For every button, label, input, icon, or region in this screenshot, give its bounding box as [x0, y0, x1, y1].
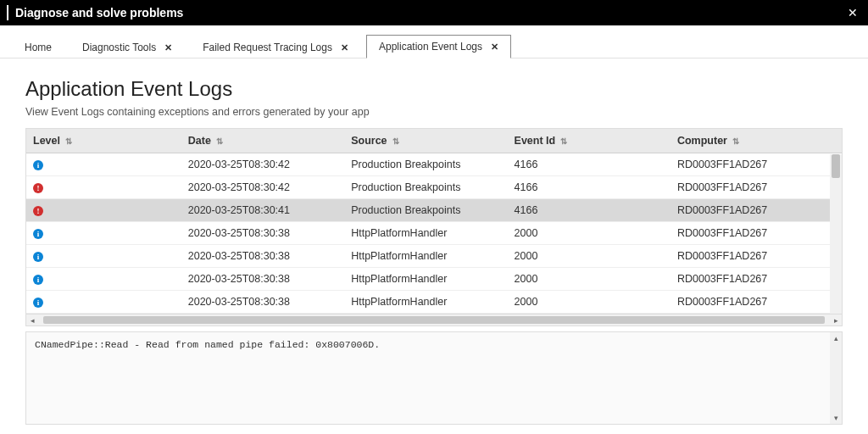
error-icon: ! — [33, 183, 43, 193]
cell-date: 2020-03-25T08:30:41 — [181, 199, 344, 222]
cell-eventid: 4166 — [508, 176, 670, 199]
scroll-left-icon[interactable]: ◂ — [26, 314, 38, 326]
cell-eventid: 2000 — [508, 222, 670, 245]
cell-eventid: 2000 — [508, 291, 670, 314]
table-body: i2020-03-25T08:30:42Production Breakpoin… — [26, 153, 842, 314]
detail-vertical-scrollbar[interactable]: ▴ ▾ — [830, 332, 842, 424]
tab-label: Application Event Logs — [379, 41, 482, 53]
col-header-date[interactable]: Date⇅ — [181, 129, 344, 153]
tab-close-icon[interactable]: ✕ — [164, 42, 172, 53]
table-row[interactable]: i2020-03-25T08:30:38HttpPlatformHandler2… — [26, 268, 842, 291]
sort-icon: ⇅ — [216, 136, 223, 146]
tab-failed-request-tracing-logs[interactable]: Failed Request Tracing Logs ✕ — [190, 36, 361, 58]
cell-date: 2020-03-25T08:30:42 — [181, 153, 344, 176]
cell-date: 2020-03-25T08:30:38 — [181, 222, 344, 245]
cell-level: ! — [26, 176, 181, 199]
cell-date: 2020-03-25T08:30:38 — [181, 291, 344, 314]
table-row[interactable]: i2020-03-25T08:30:38HttpPlatformHandler2… — [26, 291, 842, 314]
cell-level: i — [26, 268, 181, 291]
cell-level: i — [26, 153, 181, 176]
tab-bar: Home Diagnostic Tools ✕ Failed Request T… — [0, 25, 868, 58]
cell-level: i — [26, 222, 181, 245]
content-area: Application Event Logs View Event Logs c… — [0, 58, 868, 434]
col-header-label: Level — [33, 135, 60, 147]
tab-label: Failed Request Tracing Logs — [203, 42, 332, 53]
tab-label: Diagnostic Tools — [82, 42, 156, 53]
cell-eventid: 4166 — [508, 153, 670, 176]
titlebar: Diagnose and solve problems ✕ — [0, 0, 868, 25]
cell-source: HttpPlatformHandler — [344, 291, 507, 314]
titlebar-divider — [7, 5, 8, 20]
cell-computer: RD0003FF1AD267 — [670, 176, 842, 199]
event-log-table-wrap: Level⇅ Date⇅ Source⇅ Event Id⇅ Computer⇅… — [25, 128, 843, 314]
page-subtitle: View Event Logs containing exceptions an… — [25, 106, 843, 118]
col-header-label: Source — [351, 135, 387, 147]
col-header-eventid[interactable]: Event Id⇅ — [508, 129, 670, 153]
table-row[interactable]: !2020-03-25T08:30:41Production Breakpoin… — [26, 199, 842, 222]
table-row[interactable]: i2020-03-25T08:30:42Production Breakpoin… — [26, 153, 842, 176]
info-icon: i — [33, 160, 43, 170]
event-detail-panel: CNamedPipe::Read - Read from named pipe … — [25, 331, 843, 425]
table-header-row: Level⇅ Date⇅ Source⇅ Event Id⇅ Computer⇅ — [26, 129, 842, 153]
scroll-down-icon[interactable]: ▾ — [830, 412, 842, 424]
tab-close-icon[interactable]: ✕ — [341, 42, 348, 53]
cell-source: Production Breakpoints — [344, 199, 507, 222]
cell-computer: RD0003FF1AD267 — [670, 222, 842, 245]
tab-label: Home — [25, 42, 52, 53]
event-detail-text: CNamedPipe::Read - Read from named pipe … — [26, 332, 842, 357]
tab-home[interactable]: Home — [12, 36, 64, 58]
cell-date: 2020-03-25T08:30:42 — [181, 176, 344, 199]
info-icon: i — [33, 275, 43, 285]
cell-source: Production Breakpoints — [344, 153, 507, 176]
sort-icon: ⇅ — [392, 136, 399, 146]
close-icon: ✕ — [848, 6, 858, 19]
tab-application-event-logs[interactable]: Application Event Logs ✕ — [366, 35, 511, 58]
cell-source: HttpPlatformHandler — [344, 245, 507, 268]
cell-date: 2020-03-25T08:30:38 — [181, 268, 344, 291]
sort-icon: ⇅ — [65, 136, 72, 146]
cell-source: Production Breakpoints — [344, 176, 507, 199]
cell-level: ! — [26, 199, 181, 222]
scrollbar-thumb[interactable] — [832, 154, 840, 178]
cell-source: HttpPlatformHandler — [344, 268, 507, 291]
info-icon: i — [33, 229, 43, 239]
error-icon: ! — [33, 206, 43, 216]
cell-eventid: 2000 — [508, 268, 670, 291]
col-header-label: Computer — [677, 135, 727, 147]
cell-eventid: 2000 — [508, 245, 670, 268]
page-title: Application Event Logs — [25, 77, 843, 101]
table-row[interactable]: !2020-03-25T08:30:42Production Breakpoin… — [26, 176, 842, 199]
table-horizontal-scrollbar[interactable]: ◂ ▸ — [25, 314, 843, 326]
table-row[interactable]: i2020-03-25T08:30:38HttpPlatformHandler2… — [26, 245, 842, 268]
sort-icon: ⇅ — [560, 136, 567, 146]
window-close-button[interactable]: ✕ — [844, 3, 861, 23]
sort-icon: ⇅ — [732, 136, 739, 146]
cell-level: i — [26, 245, 181, 268]
info-icon: i — [33, 252, 43, 262]
table-vertical-scrollbar[interactable] — [830, 154, 842, 314]
scrollbar-thumb[interactable] — [43, 316, 825, 324]
col-header-computer[interactable]: Computer⇅ — [670, 129, 842, 153]
tab-diagnostic-tools[interactable]: Diagnostic Tools ✕ — [70, 36, 185, 58]
scroll-up-icon[interactable]: ▴ — [830, 332, 842, 344]
cell-level: i — [26, 291, 181, 314]
scroll-right-icon[interactable]: ▸ — [830, 314, 842, 326]
tab-close-icon[interactable]: ✕ — [491, 42, 498, 53]
cell-computer: RD0003FF1AD267 — [670, 199, 842, 222]
cell-computer: RD0003FF1AD267 — [670, 268, 842, 291]
event-log-table: Level⇅ Date⇅ Source⇅ Event Id⇅ Computer⇅… — [26, 129, 842, 314]
window-title: Diagnose and solve problems — [15, 6, 844, 19]
cell-date: 2020-03-25T08:30:38 — [181, 245, 344, 268]
col-header-source[interactable]: Source⇅ — [344, 129, 507, 153]
cell-eventid: 4166 — [508, 199, 670, 222]
cell-computer: RD0003FF1AD267 — [670, 291, 842, 314]
col-header-label: Event Id — [515, 135, 556, 147]
diagnose-window: Diagnose and solve problems ✕ Home Diagn… — [0, 0, 868, 434]
col-header-label: Date — [188, 135, 211, 147]
info-icon: i — [33, 298, 43, 308]
table-row[interactable]: i2020-03-25T08:30:38HttpPlatformHandler2… — [26, 222, 842, 245]
cell-computer: RD0003FF1AD267 — [670, 153, 842, 176]
cell-computer: RD0003FF1AD267 — [670, 245, 842, 268]
cell-source: HttpPlatformHandler — [344, 222, 507, 245]
col-header-level[interactable]: Level⇅ — [26, 129, 181, 153]
